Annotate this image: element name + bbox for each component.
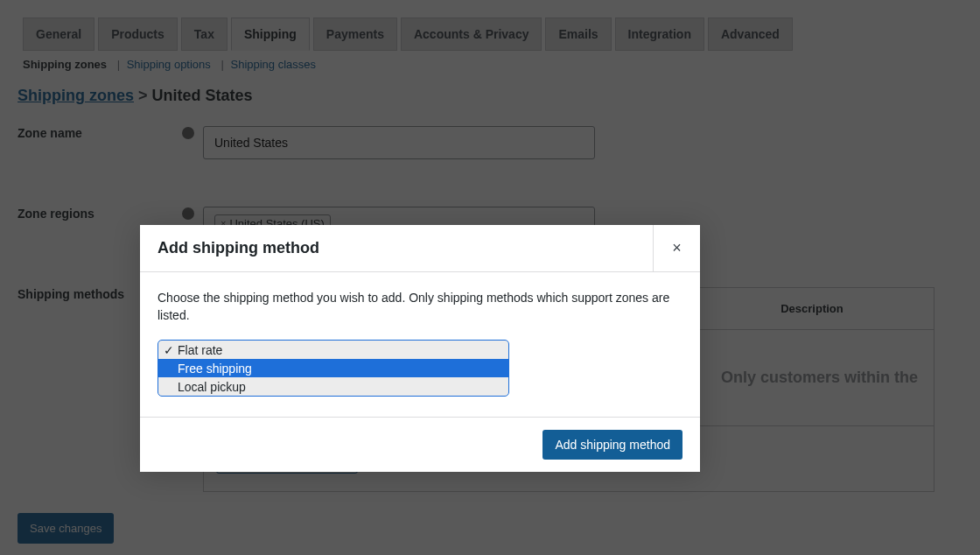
modal-footer: Add shipping method [140, 417, 700, 472]
dropdown-option-free-shipping[interactable]: Free shipping [158, 359, 508, 377]
dropdown-option-flat-rate[interactable]: ✓ Flat rate [158, 341, 508, 359]
modal-header: Add shipping method × [140, 225, 700, 272]
modal-submit-button[interactable]: Add shipping method [542, 430, 682, 460]
dropdown-option-label: Flat rate [178, 343, 222, 357]
modal-title: Add shipping method [140, 239, 653, 257]
check-icon: ✓ [164, 343, 174, 357]
shipping-method-dropdown[interactable]: ✓ Flat rate Free shipping Local pickup [158, 340, 509, 397]
page-root: General Products Tax Shipping Payments A… [0, 0, 980, 555]
dropdown-option-label: Local pickup [178, 380, 246, 394]
dropdown-option-label: Free shipping [178, 362, 252, 376]
modal-body-text: Choose the shipping method you wish to a… [158, 290, 682, 324]
modal-close-button[interactable]: × [653, 225, 700, 272]
dropdown-option-local-pickup[interactable]: Local pickup [158, 377, 508, 396]
